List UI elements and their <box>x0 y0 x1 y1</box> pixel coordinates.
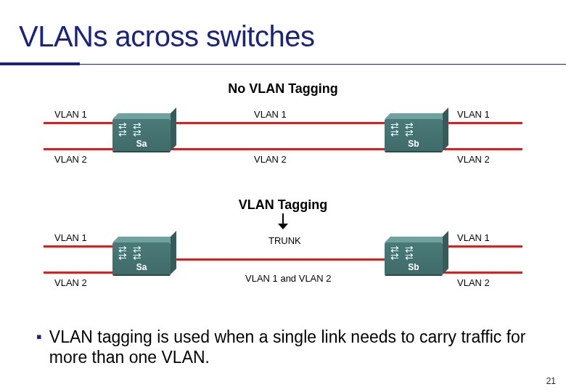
label-vlan2-mid: VLAN 2 <box>254 154 287 165</box>
switch-sb-icon: ⇄ ⇄⇄ ⇄ Sb <box>385 119 443 151</box>
switch-sa-label: Sa <box>112 262 171 272</box>
switch-sa-icon: ⇄ ⇄⇄ ⇄ Sa <box>112 119 171 151</box>
switch-sa-icon: ⇄ ⇄⇄ ⇄ Sa <box>112 242 171 274</box>
label-vlan1-mid: VLAN 1 <box>254 109 287 120</box>
label-vlan2-right: VLAN 2 <box>457 277 490 288</box>
switch-sb-icon: ⇄ ⇄⇄ ⇄ Sb <box>385 242 443 274</box>
switch-sb-label: Sb <box>385 139 443 149</box>
label-vlan-mix: VLAN 1 and VLAN 2 <box>245 273 332 284</box>
slide: VLANs across switches No VLAN Tagging VL… <box>0 0 566 392</box>
label-trunk: TRUNK <box>268 235 301 246</box>
title-underline <box>0 62 566 65</box>
label-vlan1-left: VLAN 1 <box>54 109 87 120</box>
bullet-item: ▪ VLAN tagging is used when a single lin… <box>36 327 537 367</box>
label-vlan1-right: VLAN 1 <box>457 109 490 120</box>
label-vlan2-left: VLAN 2 <box>54 154 87 165</box>
subtitle-vlan-tagging: VLAN Tagging <box>0 197 566 213</box>
switch-sb-label: Sb <box>385 262 443 272</box>
label-vlan2-left: VLAN 2 <box>54 277 87 288</box>
page-number: 21 <box>546 376 556 386</box>
label-vlan1-right: VLAN 1 <box>457 232 490 243</box>
bullet-marker-icon: ▪ <box>36 327 42 367</box>
label-vlan2-right: VLAN 2 <box>457 154 490 165</box>
slide-title: VLANs across switches <box>19 20 314 53</box>
subtitle-no-tagging: No VLAN Tagging <box>0 81 566 97</box>
diagram-vlan-tagging: VLAN 1 VLAN 2 VLAN 1 VLAN 2 TRUNK VLAN 1… <box>44 232 522 312</box>
bullet-text: VLAN tagging is used when a single link … <box>49 327 537 367</box>
down-arrow-icon <box>278 213 288 229</box>
trunk-line <box>171 258 392 261</box>
diagram-no-vlan-tagging: VLAN 1 VLAN 2 VLAN 1 VLAN 2 VLAN 1 VLAN … <box>44 109 522 189</box>
label-vlan1-left: VLAN 1 <box>54 232 87 243</box>
switch-sa-label: Sa <box>112 139 171 149</box>
